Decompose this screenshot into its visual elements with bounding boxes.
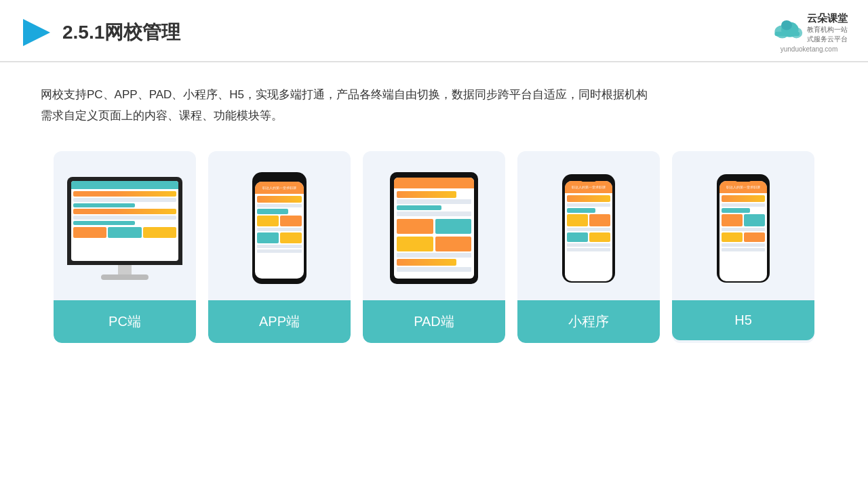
svg-point-5 [781,20,792,30]
header-left: 2.5.1网校管理 [20,16,180,49]
card-pad-image [363,151,505,300]
brand-url: yunduoketang.com [781,45,838,53]
card-pc-label: PC端 [54,300,196,343]
card-app-image: 职达人的第一堂求职课 [208,151,351,300]
cards-area: PC端 职达人的第一堂求职课 [0,127,868,343]
brand-info: 云朵课堂 教育机构一站 式服务云平台 [807,12,848,44]
brand-name: 云朵课堂 [807,12,848,25]
header: 2.5.1网校管理 云朵课堂 教育机构一站 式服务云平台 yunduoketan… [0,0,868,62]
svg-marker-0 [23,19,50,46]
brand-logo: 云朵课堂 教育机构一站 式服务云平台 [770,12,848,44]
card-app: 职达人的第一堂求职课 [208,151,351,343]
card-pc: PC端 [54,151,196,343]
card-miniapp-label: 小程序 [517,300,660,343]
card-miniapp-image: 职达人的第一堂求职课 [517,151,660,300]
header-right: 云朵课堂 教育机构一站 式服务云平台 yunduoketang.com [770,12,848,53]
card-pc-image [54,151,196,300]
card-h5-image: 职达人的第一堂求职课 [672,151,814,300]
card-pad: PAD端 [363,151,505,343]
card-h5-label: H5 [672,300,814,340]
description-line2: 需求自定义页面上的内容、课程、功能模块等。 [41,109,283,122]
page-title: 2.5.1网校管理 [62,20,180,45]
svg-rect-4 [774,31,800,35]
cloud-icon [770,17,803,40]
pad-mockup [390,172,478,284]
card-pad-label: PAD端 [363,300,505,343]
brand-tagline: 教育机构一站 式服务云平台 [807,25,848,44]
card-miniapp: 职达人的第一堂求职课 [517,151,660,343]
logo-play-icon [20,16,53,49]
description-line1: 网校支持PC、APP、PAD、小程序、H5，实现多端打通，产品各终端自由切换，数… [41,88,648,101]
h5-mockup: 职达人的第一堂求职课 [717,174,770,283]
card-app-label: APP端 [208,300,351,343]
card-h5: 职达人的第一堂求职课 [672,151,814,343]
description-text: 网校支持PC、APP、PAD、小程序、H5，实现多端打通，产品各终端自由切换，数… [0,62,868,127]
pc-mockup [67,177,182,280]
miniapp-mockup: 职达人的第一堂求职课 [562,174,615,283]
app-mockup: 职达人的第一堂求职课 [252,172,307,284]
